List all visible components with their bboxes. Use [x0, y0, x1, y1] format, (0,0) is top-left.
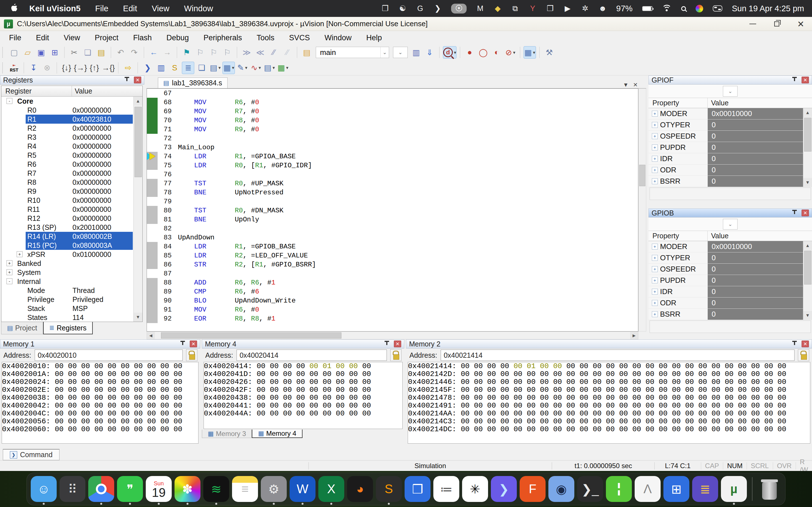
gpiob-row-moder[interactable]: +MODER0x00010000	[649, 241, 812, 252]
scrollbar-thumb[interactable]	[804, 251, 811, 284]
menu-edit[interactable]: Edit	[29, 34, 57, 42]
code-line-88[interactable]: 88 ADD R6, R6, #1	[147, 278, 638, 287]
code-line-73[interactable]: 73Main_Loop	[147, 143, 638, 152]
memory1-titlebar[interactable]: Memory 1✕	[0, 339, 200, 348]
dock-calendar[interactable]: Sun19	[146, 476, 172, 502]
dock-uvision[interactable]: µ	[721, 476, 747, 502]
code-line-71[interactable]: 71 MOV R9, #0	[147, 125, 638, 134]
gpiof-row-otyper[interactable]: +OTYPER0	[649, 119, 812, 131]
gpiob-row-ospeedr[interactable]: +OSPEEDR0	[649, 264, 812, 275]
col-property[interactable]: Property	[649, 231, 708, 241]
scroll-down-icon[interactable]: ▼	[803, 178, 812, 187]
chevron-down-icon[interactable]: ⌄	[723, 219, 738, 230]
code-line-69[interactable]: 69 MOV R7, #0	[147, 107, 638, 116]
expand-icon[interactable]: +	[652, 111, 658, 117]
dock-compass-tool-app[interactable]: Λ	[635, 476, 661, 502]
close-button[interactable]: ✕	[790, 17, 812, 31]
find-in-files-button[interactable]: ▥	[410, 46, 422, 59]
step-over-button[interactable]: {→}	[74, 62, 87, 74]
control-center-icon[interactable]	[713, 5, 722, 11]
clipboard-icon[interactable]: ⧉	[511, 4, 519, 13]
code-editor[interactable]: 6768 MOV R6, #069 MOV R7, #070 MOV R8, #…	[147, 89, 638, 332]
menu-view[interactable]: View	[56, 34, 87, 42]
menu-help[interactable]: Help	[359, 34, 389, 42]
stop-button[interactable]: ⊗	[41, 62, 53, 74]
tab-memory-3[interactable]: ▦Memory 3	[202, 430, 252, 438]
registers-col-register[interactable]: Register	[1, 86, 72, 96]
expand-icon[interactable]: +	[17, 251, 22, 257]
code-line-80[interactable]: 80 TST R0, #DN_MASK	[147, 206, 638, 215]
memory4-address-input[interactable]: 0x40020414	[237, 349, 387, 361]
burst-icon[interactable]: ✲	[581, 4, 589, 13]
disassembly-window-button[interactable]: ▥	[155, 62, 167, 74]
col-value[interactable]: Value	[708, 231, 812, 241]
scroll-right-icon[interactable]: ▶	[630, 332, 638, 339]
code-line-87[interactable]: 87	[147, 269, 638, 278]
code-line-67[interactable]: 67	[147, 89, 638, 98]
editor-horizontal-scrollbar[interactable]: ◀ ▶	[147, 332, 638, 339]
gpiob-titlebar[interactable]: GPIOB✕	[649, 209, 812, 217]
scrollbar-thumb[interactable]	[804, 118, 811, 152]
comment-button[interactable]: ∕∕	[267, 46, 280, 59]
breakpoint-kill-all-button[interactable]: ⊘▾	[504, 46, 516, 59]
flash-target-button[interactable]: ▤	[301, 46, 313, 59]
scroll-down-icon[interactable]: ▼	[134, 313, 142, 322]
expand-icon[interactable]: +	[652, 277, 658, 283]
dock-messages[interactable]: ❞	[117, 476, 143, 502]
breakpoint-set-button[interactable]: ●	[463, 46, 476, 59]
reset-cpu-button[interactable]: ⇤RST	[8, 62, 20, 74]
dock-sublime-text[interactable]: S	[376, 476, 402, 502]
pin-icon[interactable]	[792, 77, 798, 83]
expand-icon[interactable]: +	[6, 260, 12, 266]
restore-button[interactable]	[765, 17, 788, 31]
code-line-86[interactable]: 86 STR R2, [R1, #GPIO_BSRR]	[147, 260, 638, 269]
code-line-75[interactable]: 75 LDR R0, [R1, #GPIO_IDR]	[147, 161, 638, 170]
macos-menu-window[interactable]: Window	[184, 4, 213, 13]
memory4-titlebar[interactable]: Memory 4✕	[202, 339, 404, 348]
collapse-icon[interactable]: -	[6, 278, 12, 284]
code-line-77[interactable]: 77 TST R0, #UP_MASK	[147, 179, 638, 188]
register-row-r0[interactable]: R00x00000000	[1, 106, 133, 115]
code-line-68[interactable]: 68 MOV R6, #0	[147, 98, 638, 107]
expand-icon[interactable]: +	[652, 289, 658, 295]
wifi-icon[interactable]	[662, 5, 672, 12]
code-line-79[interactable]: 79	[147, 197, 638, 206]
toolbar-grip[interactable]	[2, 47, 6, 58]
register-row-r3[interactable]: R30x00000000	[1, 133, 133, 142]
register-row-r9[interactable]: R90x00000000	[1, 187, 133, 196]
find-button[interactable]: ⇓	[423, 46, 436, 59]
configure-tools-button[interactable]: ⚒	[543, 46, 555, 59]
dock-trash[interactable]	[758, 476, 781, 502]
scroll-up-icon[interactable]: ▲	[134, 97, 142, 106]
debug-session-button[interactable]: d▾	[443, 46, 456, 59]
register-row-states[interactable]: States114	[1, 313, 133, 322]
expand-icon[interactable]: +	[652, 145, 658, 151]
dropdown-arrow-icon[interactable]: ▾	[218, 65, 221, 70]
unlock-icon[interactable]	[186, 349, 197, 361]
gpiof-row-ospeedr[interactable]: +OSPEEDR0	[649, 131, 812, 142]
registers-col-value[interactable]: Value	[72, 86, 142, 96]
register-row-privilege[interactable]: PrivilegePrivileged	[1, 295, 133, 304]
bookmark-toggle-button[interactable]: ⚑	[181, 46, 193, 59]
play-circle-icon[interactable]: ▶	[564, 4, 571, 13]
code-line-90[interactable]: 90 BLO UpAndDown_Write	[147, 296, 638, 305]
register-row-r11[interactable]: R110x00000000	[1, 205, 133, 214]
close-icon[interactable]: ✕	[134, 76, 141, 83]
dock-photos[interactable]: ✽	[174, 476, 200, 502]
dock-blue-cam-app[interactable]: ◉	[548, 476, 574, 502]
code-line-91[interactable]: 91 MOV R6, #0	[147, 305, 638, 314]
dropdown-arrow-icon[interactable]: ▾	[533, 50, 535, 55]
dock-spotify[interactable]: ≋	[203, 476, 229, 502]
show-next-statement-button[interactable]: ⇨	[122, 62, 134, 74]
dock-windows-app[interactable]: ⊞	[663, 476, 689, 502]
breakpoint-enable-button[interactable]: ◯	[477, 46, 490, 59]
dropdown-arrow-icon[interactable]: ▾	[232, 65, 234, 70]
col-property[interactable]: Property	[649, 98, 708, 108]
menu-tools[interactable]: Tools	[249, 34, 282, 42]
unlock-icon[interactable]	[390, 349, 402, 361]
new-file-button[interactable]: ▢	[8, 46, 20, 59]
gpiof-footer-box[interactable]	[650, 187, 811, 200]
gpiof-row-pupdr[interactable]: +PUPDR0	[649, 142, 812, 153]
expand-icon[interactable]: +	[652, 167, 658, 173]
menubar-clock[interactable]: Sun 19 Apr 4:25 pm	[732, 4, 804, 13]
